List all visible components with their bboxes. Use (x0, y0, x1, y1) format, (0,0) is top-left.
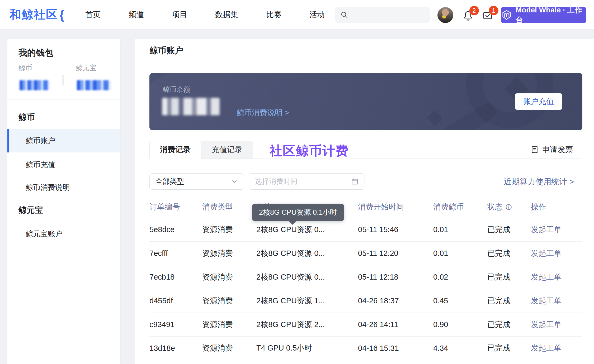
cell-type: 资源消费 (202, 343, 256, 353)
site-logo-text: 和鲸社区 (10, 7, 58, 22)
cell-order-id: d455df (149, 296, 202, 305)
type-filter-value: 全部类型 (155, 177, 184, 186)
cell-type: 资源消费 (202, 224, 256, 235)
calendar-icon (351, 178, 359, 185)
col-status: 状态 (487, 202, 531, 212)
site-logo[interactable]: 和鲸社区 { (10, 7, 65, 22)
date-filter[interactable] (249, 173, 365, 190)
cell-type: 资源消费 (202, 319, 256, 330)
col-consume-type: 消费类型 (202, 202, 256, 212)
sidebar-item-jingbi-recharge[interactable]: 鲸币充值 (7, 153, 120, 176)
top-navbar: 和鲸社区 { 首页 频道 项目 数据集 比赛 活动 2 (0, 0, 594, 30)
create-ticket-link[interactable]: 发起工单 (531, 272, 582, 282)
tab-consume-records[interactable]: 消费记录 (149, 141, 201, 159)
table-header: 订单编号 消费类型 备注 消费开始时间 消费鲸币 状态 操作 (149, 197, 582, 218)
screen: 和鲸社区 { 首页 频道 项目 数据集 比赛 活动 2 (0, 0, 594, 364)
tabs-row: 消费记录 充值记录 社区鲸币计费 申请发票 (135, 141, 594, 159)
date-filter-input[interactable] (255, 178, 342, 186)
type-filter-select[interactable]: 全部类型 (149, 173, 244, 190)
messages-button[interactable]: 1 (482, 10, 494, 22)
cell-status: 已完成 (487, 272, 531, 282)
cell-type: 资源消费 (202, 248, 256, 259)
workspace-button-label: Model Whale · 工作台 (516, 5, 586, 25)
cell-time: 05-11 12:20 (358, 249, 433, 258)
balance-label: 鲸币余额 (163, 85, 190, 94)
table-row: 5e8dce 资源消费 2核8G CPU资源 0... 05-11 15:46 … (149, 218, 582, 241)
create-ticket-link[interactable]: 发起工单 (531, 319, 582, 330)
jingyuanbao-balance-masked (77, 80, 111, 90)
recharge-button[interactable]: 账户充值 (515, 93, 562, 110)
modelwhale-workspace-button[interactable]: Model Whale · 工作台 (501, 7, 586, 23)
currency-label-jingbi: 鲸币 (18, 63, 32, 73)
avatar[interactable] (437, 7, 453, 23)
table-row: 7ecfff 资源消费 2核8G CPU资源 0... 05-11 12:20 … (149, 241, 582, 265)
notifications-button[interactable]: 2 (463, 10, 474, 22)
nav-item-competitions[interactable]: 比赛 (266, 9, 281, 20)
consume-help-link[interactable]: 鲸币消费说明 > (237, 108, 289, 118)
notifications-badge: 2 (469, 6, 479, 15)
col-start-time: 消费开始时间 (358, 202, 433, 212)
cell-amount: 0.02 (433, 273, 487, 281)
create-ticket-link[interactable]: 发起工单 (531, 224, 582, 235)
note-tooltip: 2核8G CPU资源 0.1小时 (252, 204, 344, 221)
section-title-jingyuanbao: 鲸元宝 (18, 205, 43, 216)
balance-amount-masked (162, 98, 220, 115)
whale-tail-icon: { (60, 8, 65, 22)
tab-recharge-records[interactable]: 充值记录 (201, 141, 253, 159)
cell-type: 资源消费 (202, 296, 256, 306)
cell-time: 04-26 18:37 (358, 296, 433, 305)
nav-item-projects[interactable]: 项目 (172, 9, 187, 20)
page-title: 鲸币账户 (149, 45, 183, 56)
sidebar-item-jingyuanbao-account[interactable]: 鲸元宝账户 (7, 222, 120, 246)
wallet-title: 我的钱包 (18, 47, 53, 59)
search-icon (340, 11, 348, 19)
sidebar-item-jingbi-consume-help[interactable]: 鲸币消费说明 (7, 176, 120, 199)
search-box[interactable] (335, 7, 430, 23)
nav-menu: 首页 频道 项目 数据集 比赛 活动 (85, 9, 325, 20)
create-ticket-link[interactable]: 发起工单 (531, 296, 582, 306)
cell-status: 已完成 (487, 319, 531, 330)
cell-status: 已完成 (487, 343, 531, 353)
table-row: c93491 资源消费 2核8G CPU资源 2... 04-26 14:11 … (149, 313, 582, 336)
jingbi-balance-masked (20, 80, 50, 90)
cell-status: 已完成 (487, 248, 531, 259)
sidebar-item-jingbi-account[interactable]: 鲸币账户 (7, 129, 120, 152)
cell-time: 04-26 14:11 (358, 320, 433, 329)
banner-stripe-decoration (394, 100, 499, 130)
table-row: d455df 资源消费 2核8G CPU资源 1... 04-26 18:37 … (149, 289, 582, 313)
main-content: 鲸币账户 鲸币余额 鲸币消费说明 > 账户充值 消费记录 充值记录 社区鲸币计费… (135, 39, 594, 364)
title-divider (135, 65, 594, 65)
nav-item-home[interactable]: 首页 (85, 9, 101, 20)
nav-item-activities[interactable]: 活动 (309, 9, 325, 20)
coin-hole-decoration-small (427, 110, 442, 126)
wallet-sidebar: 我的钱包 鲸币 鲸元宝 鲸币 鲸币账户 鲸币充值 鲸币消费说明 鲸元宝 鲸元宝账… (7, 39, 120, 364)
col-action: 操作 (531, 202, 582, 212)
table-row: 7ecb18 资源消费 2核8G CPU资源 0... 05-11 12:18 … (149, 265, 582, 289)
create-ticket-link[interactable]: 发起工单 (531, 343, 582, 353)
cell-time: 05-11 15:46 (358, 225, 433, 234)
col-order-id: 订单编号 (149, 202, 202, 212)
cell-type: 资源消费 (202, 272, 256, 282)
balance-banner: 鲸币余额 鲸币消费说明 > 账户充值 (149, 73, 582, 130)
section-title-jingbi: 鲸币 (18, 112, 35, 123)
cell-time: 05-11 12:18 (358, 273, 433, 281)
compute-usage-stats-link[interactable]: 近期算力使用统计 > (504, 176, 574, 187)
cell-order-id: c93491 (149, 320, 202, 329)
cell-status: 已完成 (487, 224, 531, 235)
search-input[interactable] (352, 11, 423, 19)
cell-time: 04-16 15:31 (358, 344, 433, 353)
modelwhale-logo-icon (501, 9, 512, 21)
nav-item-channels[interactable]: 频道 (129, 9, 144, 20)
community-billing-annotation: 社区鲸币计费 (270, 142, 349, 159)
cell-note: T4 GPU 0.5小时 (256, 343, 358, 353)
create-ticket-link[interactable]: 发起工单 (531, 248, 582, 259)
cell-amount: 4.34 (433, 344, 487, 353)
col-amount: 消费鲸币 (433, 202, 487, 212)
chevron-down-icon (231, 178, 238, 185)
info-circle-icon[interactable] (505, 204, 512, 210)
request-invoice-link[interactable]: 申请发票 (530, 145, 573, 155)
cell-amount: 0.01 (433, 249, 487, 258)
table-row: 13d18e 资源消费 T4 GPU 0.5小时 04-16 15:31 4.3… (149, 336, 582, 360)
cell-order-id: 7ecb18 (149, 273, 202, 281)
nav-item-datasets[interactable]: 数据集 (215, 9, 238, 20)
